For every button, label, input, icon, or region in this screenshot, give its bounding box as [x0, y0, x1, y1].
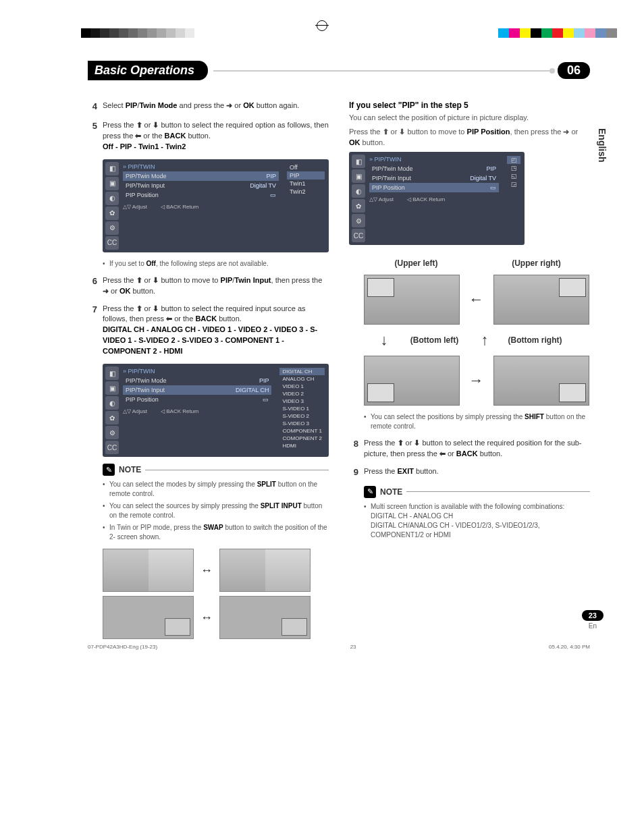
osd-tab-icon: CC: [105, 441, 119, 454]
subsection-heading: If you select "PIP" in the step 5: [349, 101, 590, 110]
swap-illustration-pip: ↔: [103, 596, 329, 639]
swap-arrow-icon: ↔: [200, 564, 213, 578]
osd-tab-icon: ◐: [105, 192, 119, 205]
up-arrow-icon: ⬆: [383, 128, 389, 136]
osd-tab-icon: ⚙: [352, 214, 365, 227]
right-arrow-icon: →: [469, 372, 484, 389]
right-arrow-icon: ➜: [226, 101, 232, 109]
step-text: Select PIP/Twin Mode and press the ➜ or …: [103, 101, 329, 113]
step-6: 6 Press the ⬆ or ⬇ button to move to PIP…: [88, 275, 329, 297]
left-arrow-icon: ⬅: [439, 449, 446, 458]
step-number: 4: [88, 101, 97, 113]
position-bottom-right: [493, 356, 589, 406]
note-heading: ✎ NOTE: [103, 464, 329, 476]
step-number: 5: [88, 120, 97, 153]
step-4: 4 Select PIP/Twin Mode and press the ➜ o…: [88, 101, 329, 113]
up-arrow-icon: ↑: [481, 331, 489, 349]
osd-menu-pip-mode: ◧▣◐✿⚙CC » PIP/TWIN PIP/Twin ModePIP PIP/…: [103, 159, 329, 252]
note-heading: ✎ NOTE: [364, 486, 590, 498]
pencil-icon: ✎: [364, 486, 376, 498]
up-arrow-icon: ⬆: [136, 304, 142, 312]
osd-tab-icon: ◐: [105, 396, 119, 410]
osd-menu-pip-position: ◧▣◐✿⚙CC » PIP/TWIN PIP/Twin ModePIP PIP/…: [349, 152, 525, 245]
note-list: You can select the modes by simply press…: [103, 480, 329, 542]
up-arrow-icon: ⬆: [136, 121, 142, 129]
osd-tab-icon: ◧: [105, 162, 119, 175]
step-7: 7 Press the ⬆ or ⬇ button to select the …: [88, 304, 329, 358]
left-arrow-icon: ⬅: [135, 132, 141, 140]
pencil-icon: ✎: [103, 464, 115, 476]
right-arrow-icon: ➜: [103, 287, 109, 295]
up-arrow-icon: ⬆: [398, 439, 404, 447]
step-number: 8: [349, 438, 358, 460]
language-tab: English: [597, 128, 608, 163]
osd-tab-icon: ✿: [105, 411, 119, 424]
osd-tab-icon: ▣: [352, 169, 365, 183]
bullet-note: You can select the positions by simply p…: [364, 412, 590, 431]
osd-dropdown: Off PIP Twin1 Twin2: [286, 162, 326, 250]
osd-tab-icon: ▣: [105, 177, 119, 190]
page-header: Basic Operations 06: [88, 61, 590, 80]
right-column: If you select "PIP" in the step 5 You ca…: [349, 101, 590, 643]
position-upper-left: [364, 275, 460, 325]
section-title: Basic Operations: [88, 61, 208, 80]
step-text: Press the ⬆ or ⬇ button to select the re…: [364, 438, 590, 460]
instruction-text: Press the ⬆ or ⬇ button to move to PIP P…: [349, 127, 590, 148]
bullet-note: If you set to Off, the following steps a…: [103, 259, 329, 269]
chapter-number: 06: [558, 62, 590, 79]
step-text: Press the ⬆ or ⬇ button to move to PIP/T…: [103, 275, 329, 297]
up-arrow-icon: ⬆: [136, 276, 142, 284]
osd-tab-icon: ◧: [105, 366, 119, 380]
left-column: 4 Select PIP/Twin Mode and press the ➜ o…: [88, 101, 329, 643]
osd-position-icons: ◰◳◱◲: [506, 155, 522, 242]
intro-text: You can select the position of picture i…: [349, 113, 590, 123]
swap-illustration-twin: ↔: [103, 549, 329, 592]
step-text: Press the ⬆ or ⬇ button to select the re…: [103, 304, 329, 358]
step-number: 9: [349, 466, 358, 479]
step-9: 9 Press the EXIT button.: [349, 466, 590, 479]
osd-tab-icon: ◐: [352, 184, 365, 198]
step-number: 7: [88, 304, 97, 358]
osd-dropdown: DIGITAL CHANALOG CHVIDEO 1VIDEO 2VIDEO 3…: [278, 366, 326, 454]
print-footer: 07-PDP42A3HD-Eng (19-23) 23 05.4.20, 4:3…: [88, 644, 590, 650]
down-arrow-icon: ↓: [381, 331, 388, 349]
step-5: 5 Press the ⬆ or ⬇ button to select the …: [88, 120, 329, 153]
left-arrow-icon: ←: [469, 291, 484, 308]
osd-tab-icon: ⚙: [105, 221, 119, 235]
osd-tab-icon: ▣: [105, 381, 119, 395]
osd-tab-icon: ⚙: [105, 426, 119, 439]
swap-arrow-icon: ↔: [200, 611, 213, 625]
osd-menu-pip-input: ◧▣◐✿⚙CC » PIP/TWIN PIP/Twin ModePIP PIP/…: [103, 364, 329, 457]
note-list: Multi screen function is available with …: [364, 502, 590, 540]
pip-position-diagram: (Upper left) (Upper right) ← ↓ (Bottom l…: [363, 258, 590, 406]
position-bottom-left: [364, 356, 460, 406]
position-upper-right: [493, 275, 589, 325]
left-arrow-icon: ⬅: [166, 314, 172, 323]
header-rule: [213, 70, 552, 72]
step-number: 6: [88, 275, 97, 297]
osd-tab-icon: ✿: [105, 207, 119, 220]
page-number: 23 En: [582, 610, 603, 630]
step-text: Press the EXIT button.: [364, 466, 590, 479]
osd-tab-icon: ◧: [352, 155, 365, 168]
osd-tab-icon: ✿: [352, 199, 365, 213]
step-8: 8 Press the ⬆ or ⬇ button to select the …: [349, 438, 590, 460]
osd-tab-icon: CC: [352, 229, 365, 242]
osd-tab-icon: CC: [105, 236, 119, 250]
step-text: Press the ⬆ or ⬇ button to select the re…: [103, 120, 329, 153]
